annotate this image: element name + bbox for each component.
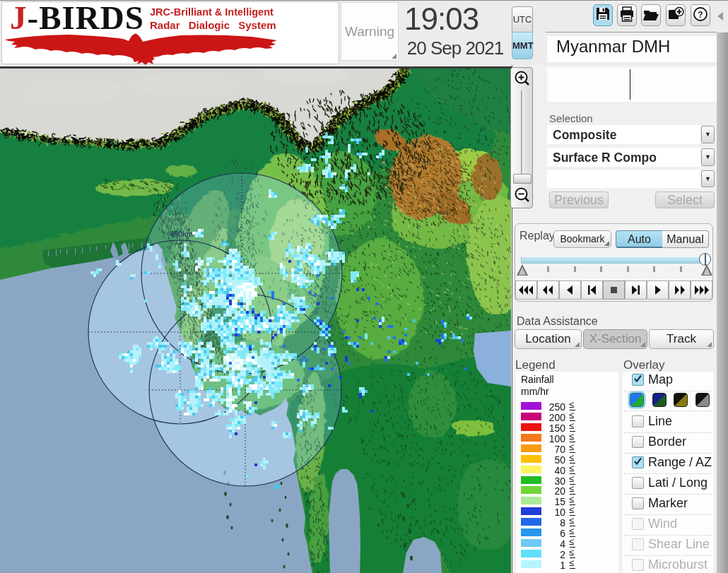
- svg-text:?: ?: [698, 10, 703, 20]
- svg-text:450km: 450km: [170, 230, 193, 238]
